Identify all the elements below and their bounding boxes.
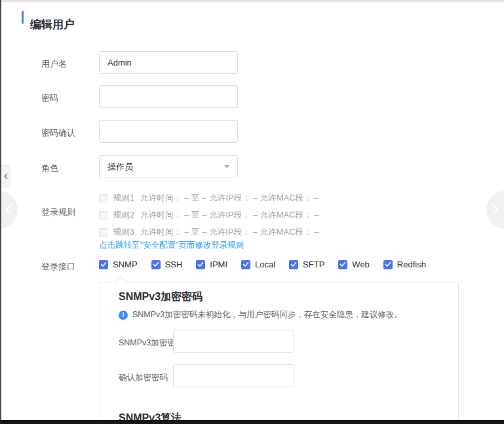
security-config-link[interactable]: 点击跳转至"安全配置"页面修改登录规则 <box>99 240 244 251</box>
top-edge-line <box>0 0 504 2</box>
login-rule-row: 规则3 允许时间： – 至 – 允许IP段： – 允许MAC段： – <box>99 227 319 237</box>
confirm-encrypt-password-label: 确认加密密码 <box>119 372 168 383</box>
login-interfaces-label: 登录接口 <box>41 261 98 273</box>
interface-label: Web <box>352 260 370 269</box>
snmpv3-panel: SNMPv3加密密码 i SNMPv3加密密码未初始化，与用户密码同步，存在安全… <box>100 282 459 424</box>
login-rules-label: 登录规则 <box>41 206 98 218</box>
interface-checkbox-ssh[interactable]: SSH <box>151 260 183 269</box>
rule-detail: 允许时间： – 至 – 允许IP段： – 允许MAC段： – <box>140 227 319 238</box>
interface-label: SNMP <box>113 260 138 269</box>
chevron-left-icon <box>4 203 13 216</box>
role-select-value: 操作员 <box>107 161 133 173</box>
login-rule-row: 规则2 允许时间： – 至 – 允许IP段： – 允许MAC段： – <box>99 210 319 220</box>
left-edge-line <box>0 0 1 424</box>
snmpv3-info-row: i SNMPv3加密密码未初始化，与用户密码同步，存在安全隐患，建议修改。 <box>119 309 402 320</box>
rule-name: 规则2 <box>113 210 134 221</box>
username-input[interactable] <box>99 51 238 74</box>
interface-label: SFTP <box>303 260 324 269</box>
confirm-password-input[interactable] <box>99 120 238 143</box>
rule-name: 规则3 <box>113 227 134 238</box>
confirm-encrypt-password-input[interactable] <box>173 364 294 387</box>
checkbox-checked-icon <box>151 260 161 269</box>
sidebar-collapse-handle[interactable] <box>1 165 10 187</box>
interface-label: SSH <box>165 260 183 269</box>
rule3-checkbox[interactable] <box>99 228 107 237</box>
rule1-checkbox[interactable] <box>99 194 107 202</box>
chevron-right-icon <box>491 203 500 216</box>
checkbox-checked-icon <box>338 260 347 269</box>
interface-label: Redfish <box>397 260 426 269</box>
interface-checkbox-local[interactable]: Local <box>241 260 275 269</box>
snmpv3-password-input[interactable] <box>173 330 294 353</box>
rule-name: 规则1 <box>113 193 134 204</box>
password-input[interactable] <box>99 85 238 108</box>
checkbox-checked-icon <box>383 260 393 269</box>
bottom-bar <box>0 420 504 424</box>
rule-detail: 允许时间： – 至 – 允许IP段： – 允许MAC段： – <box>140 210 319 221</box>
snmpv3-info-text: SNMPv3加密密码未初始化，与用户密码同步，存在安全隐患，建议修改。 <box>132 309 402 320</box>
interface-checkbox-redfish[interactable]: Redfish <box>383 260 426 269</box>
snmpv3-panel-title: SNMPv3加密密码 <box>119 290 203 304</box>
page-title: 编辑用户 <box>30 17 75 32</box>
confirm-password-label: 密码确认 <box>41 127 98 139</box>
interface-checkbox-snmp[interactable]: SNMP <box>99 260 138 269</box>
checkbox-checked-icon <box>99 260 108 269</box>
checkbox-checked-icon <box>241 260 250 269</box>
caret-down-icon <box>224 165 229 168</box>
interface-label: IPMI <box>210 260 227 269</box>
info-icon: i <box>119 311 128 320</box>
login-rule-row: 规则1 允许时间： – 至 – 允许IP段： – 允许MAC段： – <box>99 193 319 203</box>
password-label: 密码 <box>41 92 98 104</box>
panel-notch <box>115 276 126 288</box>
role-label: 角色 <box>41 163 98 174</box>
rule-detail: 允许时间： – 至 – 允许IP段： – 允许MAC段： – <box>140 193 319 204</box>
interface-checkbox-web[interactable]: Web <box>338 260 370 269</box>
login-interfaces-group: SNMP SSH IPMI Local SFTP Web Redfish <box>99 260 426 269</box>
carousel-prev-button[interactable] <box>0 191 18 229</box>
rule2-checkbox[interactable] <box>99 211 107 220</box>
title-accent-bar <box>22 11 24 24</box>
checkbox-checked-icon <box>196 260 205 269</box>
chevron-left-icon <box>3 173 9 180</box>
role-select[interactable]: 操作员 <box>99 155 238 178</box>
carousel-next-button[interactable] <box>486 191 504 229</box>
interface-checkbox-ipmi[interactable]: IPMI <box>196 260 227 269</box>
interface-checkbox-sftp[interactable]: SFTP <box>289 260 324 269</box>
checkbox-checked-icon <box>289 260 298 269</box>
interface-label: Local <box>255 260 275 269</box>
username-label: 用户名 <box>41 58 98 70</box>
